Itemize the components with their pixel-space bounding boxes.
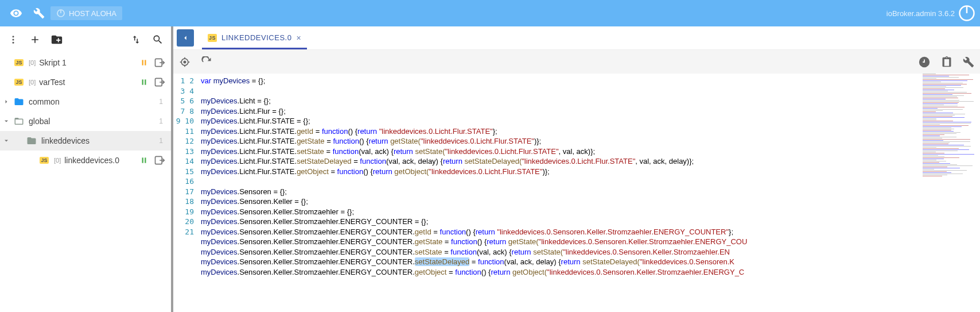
code-content[interactable]: var myDevices = {}; myDevices.Licht = {}… [201, 74, 980, 312]
editor-pane: JS LINKEDDEVICES.0 × 1 2 3 4 5 6 7 8 9 1… [173, 26, 980, 312]
app-topbar: HOST ALOHA ioBroker.admin 3.6.2 [0, 0, 980, 26]
locate-icon[interactable] [179, 56, 190, 68]
export-icon[interactable] [154, 57, 165, 68]
pause-icon[interactable] [140, 59, 148, 67]
folder-icon [25, 136, 38, 146]
item-count: 1 [159, 98, 168, 106]
refresh-icon[interactable] [201, 56, 212, 68]
item-label: common [29, 97, 60, 106]
js-icon: JS [208, 34, 217, 42]
export-icon[interactable] [154, 76, 165, 88]
js-icon: JS [13, 77, 25, 87]
svg-rect-14 [145, 157, 146, 163]
more-icon[interactable] [3, 30, 23, 49]
instance-label: [0] [54, 157, 61, 164]
item-count: 1 [159, 117, 168, 125]
item-count: 1 [159, 137, 168, 145]
sidebar: JS[0]Skript 1JS[0]varTestcommon1global1l… [0, 26, 173, 312]
svg-rect-13 [142, 157, 143, 163]
sort-icon[interactable] [126, 30, 146, 49]
script-tree: JS[0]Skript 1JS[0]varTestcommon1global1l… [0, 53, 171, 312]
eye-icon[interactable] [5, 2, 28, 25]
host-label: HOST ALOHA [69, 9, 116, 18]
clock-icon[interactable] [918, 56, 931, 68]
editor-toolbar [173, 49, 980, 74]
tab-title: LINKEDDEVICES.0 [221, 33, 291, 42]
js-icon: JS [13, 57, 25, 68]
code-editor[interactable]: 1 2 3 4 5 6 7 8 9 10 11 12 13 14 15 16 1… [173, 74, 980, 312]
export-icon[interactable] [154, 155, 165, 166]
tree-script[interactable]: JS[0]Skript 1 [0, 53, 171, 72]
item-label: varTest [39, 78, 65, 87]
editor-tab[interactable]: JS LINKEDDEVICES.0 × [202, 28, 307, 49]
svg-point-6 [13, 42, 14, 44]
settings-wrench-icon[interactable] [963, 56, 974, 68]
version-label: ioBroker.admin 3.6.2 [886, 9, 955, 18]
tree-folder[interactable]: global1 [0, 111, 171, 131]
tree-folder[interactable]: common1 [0, 92, 171, 111]
editor-tabbar: JS LINKEDDEVICES.0 × [173, 26, 980, 49]
folder-icon [13, 97, 25, 107]
folder-icon [13, 116, 25, 126]
tree-script[interactable]: JS[0]linkeddevices.0 [0, 151, 171, 170]
pause-icon[interactable] [140, 78, 148, 86]
item-label: linkeddevices.0 [64, 156, 119, 165]
svg-point-17 [184, 61, 185, 63]
host-selector[interactable]: HOST ALOHA [50, 6, 122, 20]
app-logo-icon [958, 5, 975, 22]
item-label: global [29, 117, 50, 126]
svg-rect-10 [142, 79, 143, 84]
js-icon: JS [38, 155, 50, 165]
svg-rect-11 [145, 79, 146, 84]
sidebar-toolbar [0, 26, 171, 53]
svg-rect-8 [145, 60, 146, 65]
tree-folder[interactable]: linkeddevices1 [0, 131, 171, 151]
svg-point-4 [13, 36, 14, 37]
item-label: Skript 1 [39, 58, 66, 67]
svg-rect-7 [142, 60, 143, 65]
line-gutter: 1 2 3 4 5 6 7 8 9 10 11 12 13 14 15 16 1… [173, 74, 201, 312]
new-folder-icon[interactable] [47, 30, 67, 49]
pause-icon[interactable] [140, 156, 148, 164]
add-icon[interactable] [25, 30, 45, 49]
instance-label: [0] [29, 79, 36, 86]
back-button[interactable] [177, 29, 194, 47]
search-icon[interactable] [148, 30, 168, 49]
tree-script[interactable]: JS[0]varTest [0, 72, 171, 92]
wrench-icon[interactable] [28, 2, 50, 25]
clipboard-icon[interactable] [941, 56, 952, 68]
minimap[interactable] [923, 74, 980, 312]
instance-label: [0] [29, 59, 36, 66]
svg-point-5 [13, 39, 14, 41]
close-icon[interactable]: × [296, 33, 301, 43]
item-label: linkeddevices [41, 136, 90, 145]
